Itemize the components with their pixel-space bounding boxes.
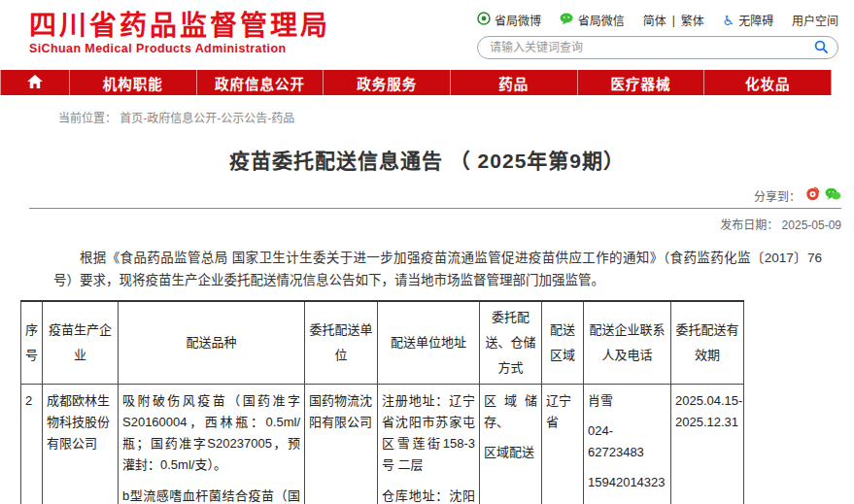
nav-item-drugs[interactable]: 药品 [450, 70, 577, 95]
nav-home[interactable] [0, 70, 69, 95]
contact-name: 肖雪 [588, 390, 666, 412]
validity-end: 2025.12.31 [675, 412, 739, 433]
user-space-link[interactable]: 用户空间 [792, 12, 838, 28]
col-header-distributor: 委托配送单位 [305, 301, 378, 385]
site-logo-title: 四川省药品监督管理局 [29, 13, 330, 40]
col-header-index: 序号 [21, 301, 43, 385]
weibo-icon [477, 12, 491, 28]
cell-distributor: 国药物流沈阳有限公司 [305, 385, 378, 504]
col-header-products: 配送品种 [119, 301, 305, 385]
col-header-manufacturer: 疫苗生产企业 [43, 301, 119, 385]
language-separator: | [672, 14, 675, 27]
warehouse-address: 仓库地址：沈阳市苏家屯区雪莲街158-2号 [382, 486, 475, 504]
breadcrumb-label: 当前位置： [58, 112, 117, 125]
cell-validity: 2025.04.15- 2025.12.31 [671, 385, 744, 504]
col-header-validity: 委托配送有效期 [671, 301, 744, 385]
table-row: 2 成都欧林生物科技股份有限公司 吸附破伤风疫苗（国药准字S20160004，西… [21, 385, 744, 504]
utility-links: 省局微博 省局微信 简体 | 繁体 ♿ 无障碍 用户空间 [477, 12, 838, 28]
cell-storage-mode: 区域储存、 区域配送 [480, 385, 542, 504]
search-bar [477, 36, 838, 59]
site-header: 四川省药品监督管理局 SiChuan Medical Products Admi… [0, 0, 854, 70]
validity-start: 2025.04.15- [675, 390, 739, 412]
wechat-icon [560, 13, 574, 28]
article-content: 分享到： 发布日期： 2025-05-09 根据《食品药品监管总局 国家卫生计生… [29, 186, 841, 291]
user-space-label: 用户空间 [792, 12, 838, 28]
home-icon [27, 75, 43, 91]
main-nav: 机构职能 政府信息公开 政务服务 药品 医疗器械 化妆品 [0, 70, 832, 95]
traditional-label[interactable]: 繁体 [681, 12, 704, 28]
storage-mode-line: 区域储存、 [484, 390, 537, 433]
cell-address: 注册地址：辽宁省沈阳市苏家屯区雪莲街158-3号 二层 仓库地址：沈阳市苏家屯区… [378, 385, 480, 504]
accessibility-label: 无障碍 [738, 12, 773, 28]
breadcrumb: 当前位置： 首页-政府信息公开-公示公告-药品 [58, 109, 854, 125]
registered-address: 注册地址：辽宁省沈阳市苏家屯区雪莲街158-3号 二层 [382, 390, 475, 476]
nav-item-functions[interactable]: 机构职能 [69, 70, 196, 95]
search-button[interactable] [814, 40, 828, 56]
breadcrumb-path[interactable]: 首页-政府信息公开-公示公告-药品 [120, 112, 294, 125]
cell-index: 2 [21, 385, 43, 504]
contact-phone: 024-62723483 [588, 420, 666, 463]
share-weibo-button[interactable] [805, 186, 820, 204]
vaccine-distribution-table: 序号 疫苗生产企业 配送品种 委托配送单位 配送单位地址 委托配送、仓储方式 配… [20, 300, 744, 504]
cell-products: 吸附破伤风疫苗（国药准字S20160004，西林瓶：0.5ml/瓶；国药准字S2… [119, 385, 305, 504]
nav-item-gov-info[interactable]: 政府信息公开 [196, 70, 324, 95]
contact-mobile: 15942014323 [588, 472, 666, 493]
page-title: 疫苗委托配送信息通告 （ 2025年第9期） [0, 145, 854, 174]
col-header-address: 配送单位地址 [378, 301, 480, 385]
col-header-region: 配送区域 [542, 301, 584, 385]
notice-paragraph: 根据《食品药品监管总局 国家卫生计生委关于进一步加强疫苗流通监管促进疫苗供应工作… [53, 247, 822, 291]
share-wechat-button[interactable] [825, 187, 841, 204]
col-header-contact: 配送企业联系人及电话 [584, 301, 671, 385]
search-icon [814, 40, 828, 56]
search-input[interactable] [488, 40, 814, 55]
language-toggle[interactable]: 简体 | 繁体 [643, 12, 704, 28]
publish-date-label: 发布日期： [720, 218, 778, 232]
accessibility-icon: ♿ [723, 14, 735, 27]
publish-date-value: 2025-05-09 [782, 218, 841, 232]
product-item: b型流感嗜血杆菌结合疫苗（国药准字S20170005，西林瓶：0.5ml/瓶；国… [122, 486, 300, 504]
header-utilities: 省局微博 省局微信 简体 | 繁体 ♿ 无障碍 用户空间 [477, 12, 838, 59]
cell-manufacturer: 成都欧林生物科技股份有限公司 [43, 385, 119, 504]
site-logo[interactable]: 四川省药品监督管理局 SiChuan Medical Products Admi… [29, 13, 330, 55]
wechat-link-label: 省局微信 [578, 12, 625, 28]
weibo-link[interactable]: 省局微博 [477, 12, 541, 28]
share-label: 分享到： [754, 187, 801, 204]
weibo-link-label: 省局微博 [495, 12, 541, 28]
product-item: 吸附破伤风疫苗（国药准字S20160004，西林瓶：0.5ml/瓶；国药准字S2… [122, 390, 300, 476]
col-header-storage-mode: 委托配送、仓储方式 [480, 301, 542, 385]
nav-item-cosmetics[interactable]: 化妆品 [703, 70, 832, 95]
nav-item-gov-services[interactable]: 政务服务 [323, 70, 450, 95]
share-row: 分享到： [29, 186, 841, 204]
nav-item-medical-devices[interactable]: 医疗器械 [577, 70, 704, 95]
site-logo-subtitle: SiChuan Medical Products Administration [29, 43, 330, 55]
simplified-label[interactable]: 简体 [643, 12, 666, 28]
table-header-row: 序号 疫苗生产企业 配送品种 委托配送单位 配送单位地址 委托配送、仓储方式 配… [21, 301, 744, 385]
wechat-link[interactable]: 省局微信 [560, 12, 625, 28]
weibo-share-icon [805, 186, 820, 204]
cell-contact: 肖雪 024-62723483 15942014323 [584, 385, 671, 504]
accessibility-link[interactable]: ♿ 无障碍 [723, 12, 774, 28]
publish-row: 发布日期： 2025-05-09 [29, 216, 841, 232]
wechat-share-icon [825, 187, 841, 204]
meta-divider [29, 208, 841, 209]
cell-region: 辽宁省 [542, 385, 584, 504]
storage-mode-line: 区域配送 [484, 442, 537, 463]
